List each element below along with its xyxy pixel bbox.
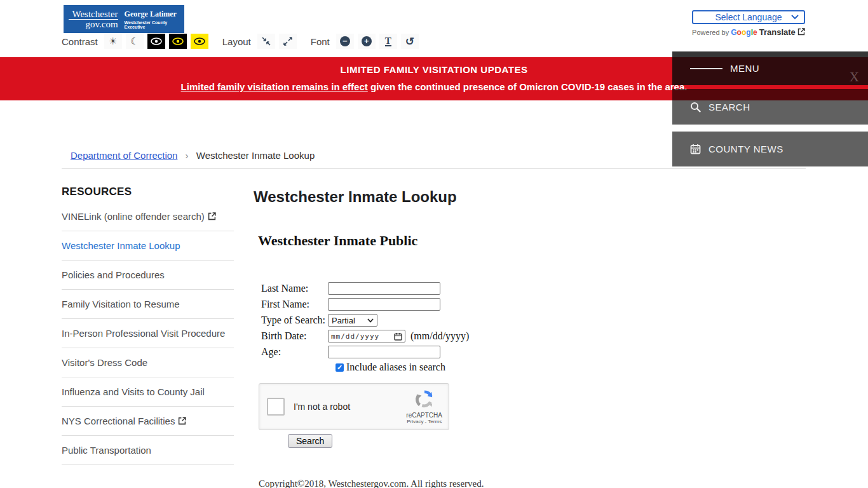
site-header: Westchester gov.com George Latimer Westc…	[0, 0, 868, 57]
language-select[interactable]: Select Language	[692, 10, 805, 24]
recaptcha-logo-icon	[415, 390, 434, 409]
recaptcha-label: I'm not a robot	[294, 402, 350, 412]
breadcrumb-current: Westchester Inmate Lookup	[196, 150, 315, 161]
include-aliases-checkbox[interactable]: ✓	[336, 363, 344, 372]
eye-icon	[194, 37, 205, 45]
font-label: Font	[311, 36, 330, 47]
recaptcha-checkbox[interactable]	[267, 398, 285, 416]
sun-icon: ☀	[109, 36, 117, 47]
resources-sidebar: RESOURCES VINELink (online offender sear…	[62, 169, 234, 488]
banner-close-button[interactable]: X	[850, 69, 859, 85]
contrast-yellow-on-black-button[interactable]	[169, 34, 187, 49]
contrast-night-button[interactable]: ☾	[126, 34, 144, 49]
eye-icon	[151, 37, 162, 45]
chevron-down-icon	[791, 15, 799, 20]
first-name-label: First Name:	[261, 299, 328, 310]
search-icon	[690, 102, 701, 112]
expand-arrows-icon	[283, 36, 293, 46]
plus-circle-icon: +	[362, 36, 372, 46]
alert-banner-message-rest: given the continued presence of Omicron …	[368, 81, 688, 92]
external-link-icon	[208, 212, 216, 220]
search-type-value: Partial	[332, 316, 355, 325]
eye-icon	[172, 37, 184, 45]
contrast-black-on-yellow-button[interactable]	[191, 34, 208, 49]
font-increase-button[interactable]: +	[358, 34, 376, 49]
sidebar-item-label: VINELink (online offender search)	[62, 211, 205, 222]
font-decrease-button[interactable]: −	[336, 34, 354, 49]
recaptcha-widget: I'm not a robot reCAPTCHA Privacy - Term…	[259, 383, 449, 430]
birth-date-input[interactable]: mm/dd/yyyy	[328, 330, 405, 342]
sidebar-item-label: Family Visitation to Resume	[62, 299, 180, 309]
sidebar-item[interactable]: Policies and Procedures	[62, 261, 234, 290]
sidebar-item-label: Visitor's Dress Code	[62, 357, 147, 368]
sidebar-list: VINELink (online offender search) Westch…	[62, 202, 234, 465]
form-title: Westchester Inmate Public	[258, 233, 800, 249]
recaptcha-brand-name: reCAPTCHA	[406, 412, 442, 419]
westchestergov-logo[interactable]: Westchester gov.com George Latimer Westc…	[64, 5, 184, 33]
menu-label: MENU	[730, 63, 759, 74]
recaptcha-privacy-terms[interactable]: Privacy - Terms	[406, 419, 442, 424]
logo-wordmark: Westchester gov.com	[64, 10, 118, 29]
contrast-white-on-black-button[interactable]	[147, 34, 165, 49]
inmate-lookup-form: Last Name: First Name: Type of Search: P…	[261, 282, 800, 373]
menu-button[interactable]: MENU X	[672, 51, 868, 85]
translate-label: Translate	[759, 27, 796, 37]
google-letter: G	[731, 28, 736, 37]
google-letter: g	[746, 28, 750, 37]
reset-icon: ↺	[405, 35, 414, 48]
layout-compress-button[interactable]	[257, 34, 275, 49]
executive-title: Westchester County Executive	[125, 20, 184, 29]
first-name-input[interactable]	[328, 298, 440, 311]
compress-arrows-icon	[261, 36, 271, 46]
sidebar-item-label: Influenza and Visits to County Jail	[62, 386, 205, 397]
sidebar-item-label: In-Person Professional Visit Procedure	[62, 328, 225, 339]
sidebar-item[interactable]: VINELink (online offender search)	[62, 202, 234, 231]
logo-brand-bottom: gov.com	[69, 20, 118, 29]
hamburger-icon	[690, 66, 722, 71]
sidebar-item[interactable]: Westchester Inmate Lookup	[62, 231, 234, 261]
last-name-input[interactable]	[328, 282, 440, 295]
chevron-down-icon	[367, 318, 374, 323]
text-underline-icon: T	[385, 36, 391, 46]
calendar-icon	[394, 332, 402, 341]
form-search-button[interactable]: Search	[288, 434, 332, 448]
search-label: SEARCH	[709, 102, 750, 112]
sidebar-item-label: Policies and Procedures	[62, 269, 165, 280]
contrast-default-button[interactable]: ☀	[104, 34, 122, 49]
breadcrumb-separator: ›	[186, 150, 189, 161]
executive-name: George Latimer	[125, 10, 184, 19]
include-aliases-label: Include aliases in search	[346, 362, 445, 373]
breadcrumb: Department of Correction › Westchester I…	[62, 150, 806, 161]
search-type-select[interactable]: Partial	[328, 314, 377, 327]
age-label: Age:	[261, 346, 328, 358]
date-format-hint: (mm/dd/yyyy)	[410, 330, 469, 342]
accessibility-toolbar: Contrast ☀ ☾ Layout Font − + T ↺	[62, 33, 419, 50]
recaptcha-brand: reCAPTCHA Privacy - Terms	[406, 390, 442, 424]
sidebar-item[interactable]: Family Visitation to Resume	[62, 290, 234, 319]
minus-circle-icon: −	[340, 36, 350, 46]
language-select-value: Select Language	[715, 12, 782, 22]
age-input[interactable]	[328, 346, 440, 358]
external-link-icon	[797, 28, 805, 36]
font-reset-button[interactable]: ↺	[401, 34, 419, 49]
google-translate-attribution[interactable]: Powered by Google Translate	[692, 27, 805, 37]
sidebar-item-label: NYS Correctional Facilities	[62, 416, 175, 426]
page-title: Westchester Inmate Lookup	[254, 188, 800, 206]
font-default-button[interactable]: T	[379, 34, 397, 49]
visitation-update-link[interactable]: Limited family visitation remains in eff…	[181, 81, 368, 92]
breadcrumb-parent-link[interactable]: Department of Correction	[71, 150, 177, 161]
sidebar-item[interactable]: NYS Correctional Facilities	[62, 407, 234, 436]
sidebar-item[interactable]: In-Person Professional Visit Procedure	[62, 319, 234, 348]
content-container: Department of Correction › Westchester I…	[62, 150, 806, 488]
layout-expand-button[interactable]	[279, 34, 297, 49]
birth-date-label: Birth Date:	[261, 330, 328, 342]
powered-by-label: Powered by	[692, 29, 729, 36]
sidebar-item[interactable]: Public Transportation	[62, 436, 234, 465]
layout-label: Layout	[222, 36, 251, 47]
search-button[interactable]: SEARCH	[672, 89, 868, 125]
sidebar-item[interactable]: Influenza and Visits to County Jail	[62, 377, 234, 407]
date-placeholder: mm/dd/yyyy	[331, 332, 379, 341]
sidebar-item[interactable]: Visitor's Dress Code	[62, 348, 234, 377]
copyright-text: Copyright©2018, Westchestergov.com. All …	[259, 478, 800, 488]
contrast-label: Contrast	[62, 36, 98, 47]
